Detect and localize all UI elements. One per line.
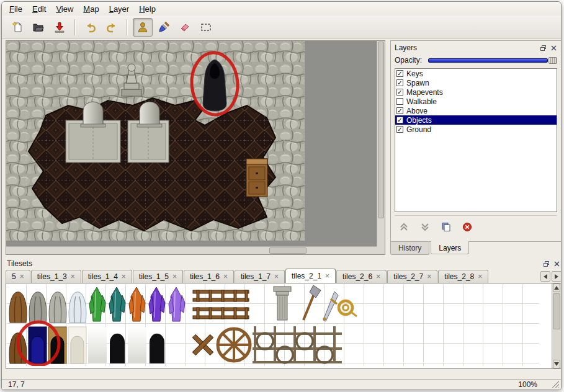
move-layer-down-button[interactable] — [418, 221, 432, 232]
layer-row[interactable]: Above — [395, 106, 557, 115]
menu-map[interactable]: Map — [78, 2, 104, 16]
menu-view[interactable]: View — [51, 2, 78, 16]
left-arrow-icon — [544, 274, 547, 279]
tileset-vertical-scrollbar[interactable] — [552, 283, 561, 368]
layer-label: Above — [406, 107, 427, 115]
tab-close-icon[interactable] — [478, 273, 482, 280]
panel-float-icon[interactable] — [542, 260, 550, 267]
tab-history[interactable]: History — [390, 242, 429, 255]
redo-button[interactable] — [102, 18, 122, 37]
tileset-tab[interactable]: tiles_1_5 — [133, 270, 183, 283]
tab-close-icon[interactable] — [71, 273, 75, 280]
scroll-down-button[interactable] — [553, 360, 560, 368]
layer-visibility-checkbox[interactable] — [396, 107, 403, 114]
layers-panel: Layers Opacity: Keys Spawn — [390, 40, 562, 255]
map-horizontal-scrollbar[interactable] — [6, 246, 377, 254]
tile-wheel[interactable] — [218, 329, 250, 361]
tab-close-icon[interactable] — [172, 273, 177, 280]
menu-help[interactable]: Help — [134, 2, 161, 16]
brush-icon — [158, 21, 170, 33]
app-window: File Edit View Map Layer Help — [1, 1, 562, 390]
scrollbar-thumb[interactable] — [553, 293, 560, 329]
tileset-tab[interactable]: tiles_2_6 — [336, 270, 387, 283]
opacity-slider[interactable] — [428, 56, 557, 65]
right-arrow-icon — [555, 274, 558, 279]
tabs-scroll-left-button[interactable] — [540, 271, 550, 282]
tab-close-icon[interactable] — [20, 273, 24, 280]
map-canvas[interactable] — [6, 41, 305, 241]
new-file-button[interactable] — [7, 18, 27, 37]
move-layer-up-button[interactable] — [397, 221, 411, 232]
layer-row-selected[interactable]: Objects — [395, 115, 557, 125]
tileset-tab[interactable]: tiles_1_7 — [235, 270, 285, 283]
undo-button[interactable] — [81, 18, 101, 37]
tileset-tab[interactable]: tiles_1_6 — [184, 270, 234, 283]
menu-layer[interactable]: Layer — [104, 2, 135, 16]
tileset-tab-label: tiles_2_6 — [342, 272, 372, 281]
opacity-slider-track[interactable] — [428, 58, 548, 63]
scroll-up-button[interactable] — [553, 283, 560, 292]
tab-close-icon[interactable] — [122, 273, 126, 280]
menu-bar: File Edit View Map Layer Help — [2, 2, 561, 16]
layer-visibility-checkbox[interactable] — [396, 70, 403, 77]
layer-visibility-checkbox[interactable] — [396, 126, 403, 133]
tile-door-pale[interactable] — [68, 327, 86, 363]
map-viewport[interactable] — [6, 41, 377, 246]
layer-row[interactable]: Walkable — [395, 97, 557, 106]
delete-layer-button[interactable] — [460, 221, 474, 232]
map-vertical-scrollbar[interactable] — [377, 41, 385, 246]
layer-row[interactable]: Spawn — [395, 78, 557, 87]
tab-close-icon[interactable] — [427, 273, 431, 280]
tile-white-fade[interactable] — [128, 327, 146, 363]
layers-panel-title: Layers — [395, 43, 536, 52]
tile-door-navy-selected[interactable] — [29, 327, 47, 363]
tab-close-icon[interactable] — [274, 273, 279, 280]
tileset-tab[interactable]: tiles_1_3 — [31, 270, 81, 283]
tileset-tab[interactable]: tiles_2_7 — [387, 270, 437, 283]
tab-close-icon[interactable] — [223, 273, 228, 280]
layer-label: Objects — [406, 116, 432, 125]
up-arrow-icon — [554, 286, 559, 290]
tab-close-icon[interactable] — [325, 272, 329, 280]
layer-row[interactable]: Ground — [395, 125, 557, 134]
open-file-button[interactable] — [29, 18, 48, 37]
tab-close-icon[interactable] — [376, 273, 380, 280]
layer-visibility-checkbox[interactable] — [396, 117, 403, 123]
tabs-scroll-right-button[interactable] — [552, 271, 562, 282]
tileset-tab-label: tiles_2_1 — [292, 272, 321, 280]
save-button[interactable] — [50, 18, 69, 37]
panel-close-icon[interactable] — [553, 260, 560, 267]
down-arrow-icon — [554, 362, 559, 366]
brush-tool-button[interactable] — [154, 18, 174, 37]
status-bar: 17, 7 100% — [2, 379, 561, 390]
tileset-tab[interactable]: tiles_1_4 — [82, 270, 132, 283]
layer-row[interactable]: Keys — [395, 69, 557, 78]
layer-visibility-checkbox[interactable] — [396, 98, 403, 105]
scrollbar-thumb[interactable] — [378, 42, 384, 218]
menu-file[interactable]: File — [4, 2, 27, 16]
panel-close-icon[interactable] — [550, 44, 557, 51]
tileset-tab[interactable]: 5 — [6, 270, 30, 283]
tileset-canvas[interactable] — [7, 284, 539, 366]
tab-label: Layers — [439, 244, 461, 252]
layer-visibility-checkbox[interactable] — [396, 79, 403, 86]
layer-visibility-checkbox[interactable] — [396, 89, 403, 96]
layer-list[interactable]: Keys Spawn Mapevents Walkable Above — [395, 68, 557, 212]
eraser-tool-button[interactable] — [175, 18, 195, 37]
tileset-tab-label: tiles_2_7 — [393, 272, 423, 281]
tileset-tab-active[interactable]: tiles_2_1 — [285, 269, 336, 283]
tileset-tab[interactable]: tiles_2_8 — [438, 270, 488, 283]
scrollbar-thumb[interactable] — [269, 247, 307, 254]
tile-white-fade[interactable] — [88, 327, 107, 363]
rect-select-tool-button[interactable] — [196, 18, 216, 37]
tile-arch-black[interactable] — [150, 334, 164, 363]
layer-row[interactable]: Mapevents — [395, 87, 557, 97]
tile-arch-black[interactable] — [110, 334, 125, 363]
panel-float-icon[interactable] — [539, 44, 547, 51]
place-object-tool-button[interactable] — [133, 18, 153, 37]
duplicate-layer-button[interactable] — [439, 221, 453, 232]
layer-actions-toolbar — [395, 215, 557, 232]
menu-edit[interactable]: Edit — [27, 2, 51, 16]
tab-layers[interactable]: Layers — [431, 241, 469, 254]
opacity-slider-handle[interactable] — [548, 57, 557, 64]
